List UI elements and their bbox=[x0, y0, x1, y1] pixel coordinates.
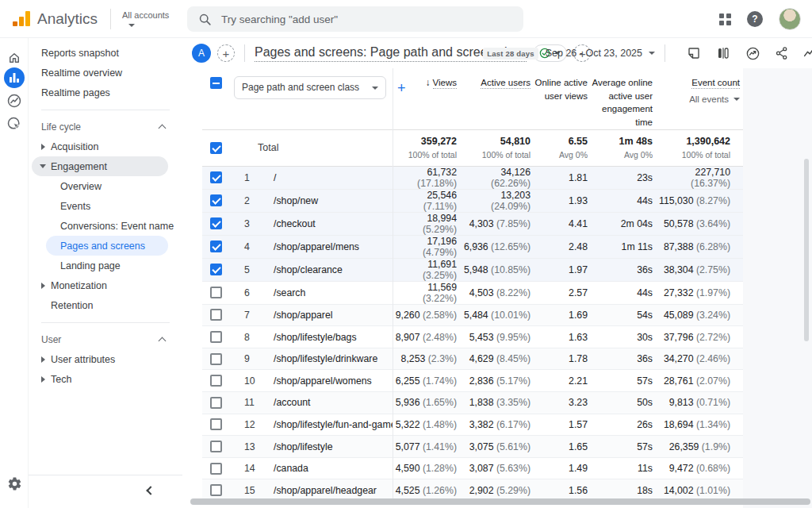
column-header-views[interactable]: ↓Views bbox=[393, 68, 460, 129]
event-count-cell: 34,270 (2.46%) bbox=[656, 348, 743, 370]
row-checkbox[interactable] bbox=[210, 463, 222, 475]
sidebar-item-realtime-overview[interactable]: Realtime overview bbox=[29, 63, 182, 83]
active-users-cell: 4,629 (8.45%) bbox=[460, 348, 534, 370]
column-header-online-active-user-views[interactable]: Online active user views bbox=[534, 68, 591, 129]
row-checkbox[interactable] bbox=[210, 331, 222, 343]
sidebar-item-tech[interactable]: Tech bbox=[29, 369, 182, 389]
sidebar-item-user-attributes[interactable]: User attributes bbox=[29, 349, 182, 369]
active-users-cell: 4,303 (7.85%) bbox=[460, 212, 534, 235]
sidebar-section-user[interactable]: User bbox=[29, 330, 182, 349]
page-path-cell: /shop/new bbox=[258, 189, 393, 212]
search-input[interactable]: Try searching "add user" bbox=[187, 6, 523, 32]
active-users-cell: 1,838 (3.35%) bbox=[460, 392, 534, 414]
sidebar-section-life-cycle[interactable]: Life cycle bbox=[29, 117, 182, 137]
search-placeholder: Try searching "add user" bbox=[221, 13, 338, 25]
collapse-sidebar-icon[interactable] bbox=[146, 486, 155, 495]
views-cell: 17,196 (4.79%) bbox=[393, 235, 460, 258]
total-row-checkbox[interactable] bbox=[210, 142, 222, 154]
row-index: 14 bbox=[234, 457, 258, 479]
sidebar-item-engagement[interactable]: Engagement bbox=[32, 156, 168, 176]
share-icon[interactable] bbox=[774, 45, 790, 61]
left-rail bbox=[0, 38, 29, 508]
event-count-cell: 38,304 (2.75%) bbox=[656, 258, 743, 281]
column-header-avg-engagement-time[interactable]: Average online active user engagement ti… bbox=[591, 68, 656, 129]
sidebar-item-overview[interactable]: Overview bbox=[29, 176, 182, 196]
row-checkbox[interactable] bbox=[210, 397, 222, 409]
sidebar-item-retention[interactable]: Retention bbox=[29, 295, 182, 315]
report-avatar[interactable]: A bbox=[192, 44, 211, 63]
active-users-cell: 3,075 (5.61%) bbox=[460, 436, 534, 458]
event-count-cell: 45,089 (3.24%) bbox=[656, 304, 743, 326]
advertising-icon[interactable] bbox=[4, 114, 25, 134]
active-users-cell: 3,382 (6.17%) bbox=[460, 414, 534, 436]
chevron-up-icon bbox=[159, 337, 167, 345]
column-header-event-count[interactable]: Event count All events bbox=[656, 68, 743, 129]
account-switcher[interactable]: All accounts bbox=[122, 10, 169, 26]
row-checkbox[interactable] bbox=[210, 441, 222, 452]
online-views-cell: 2.48 bbox=[534, 235, 591, 258]
active-users-cell: 2,836 (5.17%) bbox=[460, 370, 534, 392]
date-range-badge: Last 28 days bbox=[483, 48, 538, 60]
page-path-cell: /account bbox=[258, 392, 393, 414]
total-label: Total bbox=[234, 129, 393, 166]
event-filter-dropdown[interactable]: All events bbox=[656, 93, 740, 106]
active-users-cell: 5,453 (9.95%) bbox=[460, 326, 534, 348]
sidebar-item-events[interactable]: Events bbox=[29, 196, 182, 216]
apps-grid-icon[interactable] bbox=[719, 13, 731, 25]
sidebar-item-monetization[interactable]: Monetization bbox=[29, 275, 182, 295]
views-cell: 9,260 (2.58%) bbox=[393, 304, 460, 326]
sidebar-item-conversions-event-name[interactable]: Conversions: Event name bbox=[29, 216, 182, 236]
event-count-cell: 27,332 (1.97%) bbox=[656, 281, 743, 304]
add-comparison-icon[interactable]: + bbox=[217, 44, 235, 62]
add-dimension-icon[interactable]: + bbox=[397, 81, 406, 95]
table-row: 2/shop/new25,546 (7.11%)13,203 (24.09%)1… bbox=[202, 189, 743, 212]
select-all-checkbox[interactable] bbox=[210, 77, 222, 89]
dimension-selector[interactable]: Page path and screen class bbox=[234, 76, 386, 99]
views-cell: 8,253 (2.3%) bbox=[393, 348, 460, 370]
avatar[interactable] bbox=[779, 8, 801, 30]
row-checkbox[interactable] bbox=[210, 418, 222, 430]
sidebar-item-label: Acquisition bbox=[51, 141, 98, 152]
explore-icon[interactable] bbox=[4, 90, 25, 111]
row-index: 10 bbox=[234, 370, 258, 392]
sidebar-item-label: Engagement bbox=[51, 161, 107, 172]
row-checkbox[interactable] bbox=[210, 217, 222, 229]
row-index: 13 bbox=[234, 436, 258, 458]
column-header-active-users[interactable]: Active users bbox=[460, 68, 534, 129]
customize-report-icon[interactable] bbox=[803, 45, 812, 61]
row-checkbox[interactable] bbox=[210, 484, 222, 496]
table-header-row: Page path and screen class + ↓Views Acti… bbox=[202, 68, 743, 129]
row-checkbox[interactable] bbox=[210, 194, 222, 206]
row-checkbox[interactable] bbox=[210, 241, 222, 252]
table-row: 6/search11,569 (3.22%)4,503 (8.22%)2.574… bbox=[202, 281, 743, 304]
row-checkbox[interactable] bbox=[210, 287, 222, 298]
insights-icon[interactable] bbox=[745, 45, 760, 61]
sidebar-item-pages-and-screens[interactable]: Pages and screens bbox=[46, 236, 168, 256]
chevron-down-icon bbox=[372, 87, 378, 90]
row-index: 8 bbox=[234, 326, 258, 348]
notes-icon[interactable] bbox=[686, 45, 702, 61]
sidebar-item-realtime-pages[interactable]: Realtime pages bbox=[29, 83, 182, 102]
row-checkbox[interactable] bbox=[210, 353, 222, 365]
settings-gear-icon[interactable] bbox=[4, 473, 25, 494]
row-checkbox[interactable] bbox=[210, 309, 222, 321]
active-users-cell: 5,484 (10.01%) bbox=[460, 304, 534, 326]
row-checkbox[interactable] bbox=[210, 171, 222, 183]
date-range-picker[interactable]: Sep 26 - Oct 23, 2025 bbox=[546, 48, 642, 59]
views-cell: 8,907 (2.48%) bbox=[393, 326, 460, 348]
reports-icon[interactable] bbox=[4, 67, 25, 88]
comparison-icon[interactable] bbox=[715, 45, 731, 61]
help-icon[interactable]: ? bbox=[747, 11, 763, 27]
page-path-cell: /checkout bbox=[258, 212, 393, 235]
sidebar-item-reports-snapshot[interactable]: Reports snapshot bbox=[29, 43, 182, 63]
home-icon[interactable] bbox=[4, 48, 25, 68]
row-checkbox[interactable] bbox=[210, 264, 222, 275]
sidebar-item-acquisition[interactable]: Acquisition bbox=[29, 137, 182, 156]
row-checkbox[interactable] bbox=[210, 375, 222, 387]
horizontal-scrollbar[interactable] bbox=[190, 498, 810, 505]
sidebar-item-landing-page[interactable]: Landing page bbox=[29, 256, 182, 275]
sidebar-item-label: Realtime pages bbox=[41, 87, 110, 98]
online-views-cell: 2.57 bbox=[534, 281, 591, 304]
vertical-scrollbar[interactable] bbox=[804, 159, 809, 341]
table-row: 5/shop/clearance11,691 (3.25%)5,948 (10.… bbox=[202, 258, 743, 281]
